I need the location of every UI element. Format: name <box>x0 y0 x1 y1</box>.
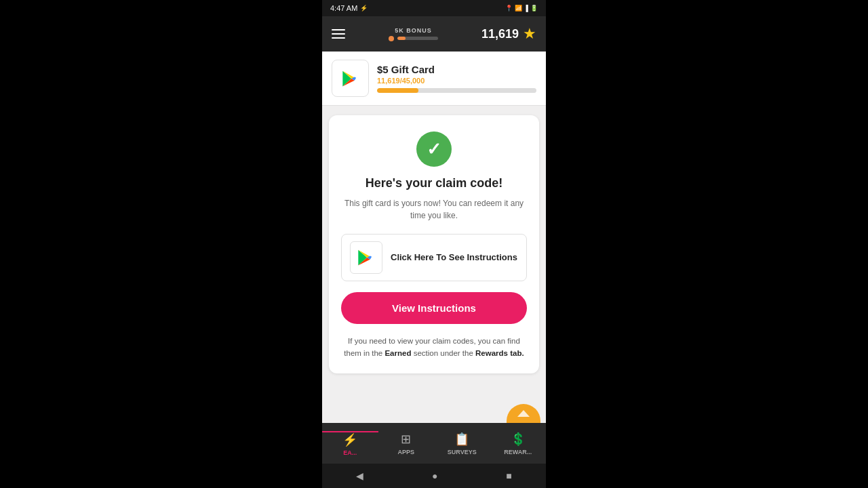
top-nav-bar: 5K BONUS 11,619 ★ <box>322 16 546 52</box>
bonus-bar-fill <box>397 37 406 40</box>
points-value: 11,619 <box>481 27 519 41</box>
gift-card-progress-fill <box>377 88 418 93</box>
nav-item-surveys[interactable]: 📋 SURVEYS <box>434 432 490 455</box>
bottom-note-earned: Earned <box>384 349 411 357</box>
home-button[interactable]: ● <box>432 470 437 481</box>
bottom-note: If you need to view your claim codes, yo… <box>341 335 527 360</box>
instructions-row[interactable]: Click Here To See Instructions <box>341 234 527 281</box>
status-bar: 4:47 AM ⚡ 📍 📶 ▐ 🔋 <box>322 0 546 16</box>
gift-card-title: $5 Gift Card <box>377 64 536 75</box>
wifi-icon: 📶 <box>515 5 522 12</box>
gift-card-progress-bar <box>377 88 536 93</box>
nav-item-apps[interactable]: ⊞ APPS <box>378 432 435 455</box>
location-icon: 📍 <box>505 5 513 12</box>
instructions-row-text: Click Here To See Instructions <box>391 251 517 264</box>
surveys-label: SURVEYS <box>448 449 477 455</box>
apps-label: APPS <box>397 449 414 455</box>
bonus-bar <box>389 36 438 41</box>
bonus-section: 5K BONUS <box>389 27 438 41</box>
view-instructions-button[interactable]: View Instructions <box>341 292 527 324</box>
rewards-icon: 💲 <box>511 432 526 447</box>
hamburger-menu[interactable] <box>332 29 345 39</box>
main-content: $5 Gift Card 11,619/45,000 ✓ Here's your… <box>322 52 546 423</box>
battery-icon: 🔋 <box>530 5 538 12</box>
points-section: 11,619 ★ <box>481 25 536 43</box>
status-bar-right: 📍 📶 ▐ 🔋 <box>505 5 538 12</box>
google-play-logo-header <box>332 60 369 97</box>
gift-card-header: $5 Gift Card 11,619/45,000 <box>322 52 546 106</box>
nav-item-rewards[interactable]: 💲 REWAR... <box>490 432 547 455</box>
bottom-note-text2: section under the <box>411 349 475 357</box>
android-nav: ◀ ● ■ <box>322 464 546 488</box>
apps-icon: ⊞ <box>401 432 411 447</box>
phone-frame: 4:47 AM ⚡ 📍 📶 ▐ 🔋 5K BONUS 11,61 <box>322 0 546 488</box>
charging-icon: ⚡ <box>360 5 368 12</box>
star-icon: ★ <box>523 25 536 43</box>
back-button[interactable]: ◀ <box>356 470 363 481</box>
earn-label: EA... <box>343 449 357 456</box>
status-time: 4:47 AM <box>330 4 357 12</box>
floating-hint <box>507 404 540 423</box>
success-circle: ✓ <box>416 131 452 167</box>
claim-title: Here's your claim code! <box>366 176 502 190</box>
checkmark-icon: ✓ <box>427 139 441 160</box>
rewards-label: REWAR... <box>504 449 532 455</box>
bonus-label: 5K BONUS <box>395 27 432 34</box>
bottom-note-rewards: Rewards tab. <box>475 349 524 357</box>
nav-item-earn[interactable]: ⚡ EA... <box>322 431 378 456</box>
bottom-nav: ⚡ EA... ⊞ APPS 📋 SURVEYS 💲 REWAR... <box>322 423 546 464</box>
claim-subtitle: This gift card is yours now! You can red… <box>341 197 527 222</box>
bonus-dot <box>389 36 394 41</box>
google-play-logo-instructions <box>350 241 382 274</box>
bonus-bar-background <box>397 37 438 40</box>
signal-icon: ▐ <box>524 5 528 12</box>
gift-card-progress-text: 11,619/45,000 <box>377 77 536 85</box>
surveys-icon: 📋 <box>454 432 469 447</box>
claim-card: ✓ Here's your claim code! This gift card… <box>329 115 539 373</box>
recents-button[interactable]: ■ <box>506 470 511 481</box>
gift-card-info: $5 Gift Card 11,619/45,000 <box>377 64 536 93</box>
status-bar-left: 4:47 AM ⚡ <box>330 4 368 12</box>
earn-icon: ⚡ <box>342 432 357 447</box>
